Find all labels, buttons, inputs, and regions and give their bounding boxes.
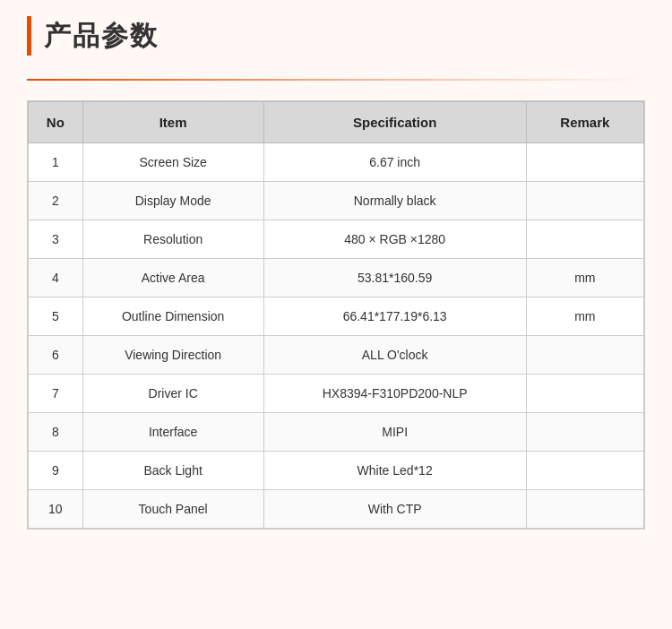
cell-remark: mm	[526, 297, 643, 336]
table-row: 6Viewing DirectionALL O'clock	[29, 336, 644, 375]
page-wrapper: 产品参数 No Item Specification Remark 1Scree…	[0, 0, 672, 629]
cell-specification: With CTP	[263, 490, 526, 529]
cell-specification: ALL O'clock	[263, 336, 526, 375]
header-no: No	[29, 102, 83, 143]
table-row: 4Active Area53.81*160.59mm	[29, 259, 644, 297]
orange-divider	[27, 79, 645, 81]
cell-item: Driver IC	[82, 375, 263, 413]
cell-remark	[526, 143, 643, 182]
cell-no: 5	[29, 297, 83, 336]
cell-item: Outline Dimension	[82, 297, 263, 336]
page-title: 产品参数	[44, 18, 159, 55]
header-item: Item	[82, 102, 263, 143]
cell-item: Interface	[82, 413, 263, 452]
cell-item: Viewing Direction	[82, 336, 263, 375]
cell-remark	[526, 220, 643, 259]
cell-no: 8	[29, 413, 83, 452]
cell-item: Display Mode	[82, 182, 263, 220]
cell-item: Resolution	[82, 220, 263, 259]
cell-specification: MIPI	[263, 413, 526, 452]
table-row: 10Touch PanelWith CTP	[29, 490, 644, 529]
title-bar-decoration	[27, 16, 31, 56]
cell-specification: 53.81*160.59	[263, 259, 526, 297]
cell-specification: White Led*12	[263, 452, 526, 490]
cell-item: Screen Size	[82, 143, 263, 182]
table-header-row: No Item Specification Remark	[29, 102, 644, 143]
table-row: 2Display ModeNormally black	[29, 182, 644, 220]
cell-remark	[526, 375, 643, 413]
cell-no: 7	[29, 375, 83, 413]
table-body: 1Screen Size6.67 inch2Display ModeNormal…	[29, 143, 644, 529]
cell-item: Back Light	[82, 452, 263, 490]
cell-remark	[526, 490, 643, 529]
cell-no: 2	[29, 182, 83, 220]
cell-specification: 480 × RGB ×1280	[263, 220, 526, 259]
cell-no: 3	[29, 220, 83, 259]
cell-item: Touch Panel	[82, 490, 263, 529]
cell-specification: HX8394-F310PD200-NLP	[263, 375, 526, 413]
cell-specification: 66.41*177.19*6.13	[263, 297, 526, 336]
cell-no: 4	[29, 259, 83, 297]
table-row: 8InterfaceMIPI	[29, 413, 644, 452]
header-specification: Specification	[263, 102, 526, 143]
table-row: 1Screen Size6.67 inch	[29, 143, 644, 182]
title-section: 产品参数	[27, 16, 645, 61]
specs-table-wrapper: No Item Specification Remark 1Screen Siz…	[27, 100, 645, 530]
cell-remark	[526, 182, 643, 220]
cell-no: 6	[29, 336, 83, 375]
table-row: 3Resolution480 × RGB ×1280	[29, 220, 644, 259]
cell-remark	[526, 413, 643, 452]
table-row: 5Outline Dimension66.41*177.19*6.13mm	[29, 297, 644, 336]
cell-remark: mm	[526, 259, 643, 297]
cell-no: 10	[29, 490, 83, 529]
cell-item: Active Area	[82, 259, 263, 297]
cell-no: 1	[29, 143, 83, 182]
cell-specification: 6.67 inch	[263, 143, 526, 182]
header-remark: Remark	[526, 102, 643, 143]
cell-remark	[526, 452, 643, 490]
table-row: 7Driver ICHX8394-F310PD200-NLP	[29, 375, 644, 413]
cell-no: 9	[29, 452, 83, 490]
specs-table: No Item Specification Remark 1Screen Siz…	[28, 101, 644, 529]
cell-remark	[526, 336, 643, 375]
table-row: 9Back LightWhite Led*12	[29, 452, 644, 490]
cell-specification: Normally black	[263, 182, 526, 220]
